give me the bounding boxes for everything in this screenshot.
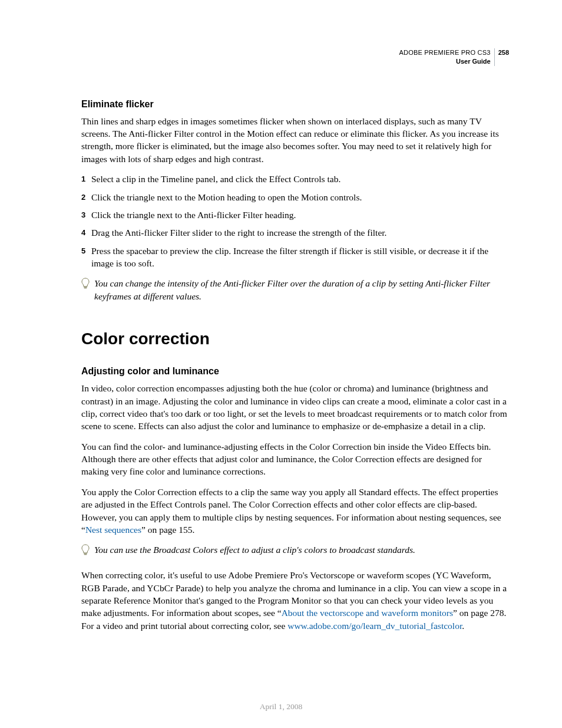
step-text: Select a clip in the Timeline panel, and…: [91, 173, 509, 185]
header-guide: User Guide: [399, 57, 490, 66]
step-5: 5 Press the spacebar to preview the clip…: [81, 245, 509, 270]
step-text: Click the triangle next to the Anti-flic…: [91, 209, 509, 221]
link-nest-sequences[interactable]: Nest sequences: [85, 525, 141, 535]
step-text: Drag the Anti-flicker Filter slider to t…: [91, 226, 509, 239]
svg-rect-3: [84, 555, 87, 555]
svg-rect-0: [84, 287, 87, 288]
body-paragraph: You can find the color- and luminance-ad…: [81, 440, 509, 478]
step-number: 2: [81, 191, 91, 203]
svg-rect-2: [84, 554, 87, 554]
intro-paragraph: Thin lines and sharp edges in images som…: [81, 115, 509, 166]
header-product: ADOBE PREMIERE PRO CS3: [399, 48, 490, 57]
page-header: ADOBE PREMIERE PRO CS3 User Guide 258: [81, 48, 509, 66]
tip-block: You can use the Broadcast Colors effect …: [81, 543, 509, 558]
step-number: 4: [81, 226, 91, 239]
step-2: 2 Click the triangle next to the Motion …: [81, 191, 509, 203]
lightbulb-icon: [81, 543, 94, 558]
step-text: Click the triangle next to the Motion he…: [91, 191, 509, 203]
tip-text: You can change the intensity of the Anti…: [94, 277, 509, 302]
text-run: ” on page 155.: [141, 525, 194, 535]
body-paragraph: In video, color correction encompasses a…: [81, 382, 509, 433]
heading-color-correction: Color correction: [81, 330, 509, 348]
step-text: Press the spacebar to preview the clip. …: [91, 245, 509, 270]
heading-eliminate-flicker: Eliminate flicker: [81, 99, 509, 110]
step-number: 3: [81, 209, 91, 221]
svg-rect-1: [84, 288, 87, 289]
step-number: 5: [81, 245, 91, 270]
heading-adjusting-color: Adjusting color and luminance: [81, 366, 509, 377]
page-number: 258: [498, 48, 509, 57]
step-1: 1 Select a clip in the Timeline panel, a…: [81, 173, 509, 185]
lightbulb-icon: [81, 277, 94, 302]
step-4: 4 Drag the Anti-flicker Filter slider to…: [81, 226, 509, 239]
text-run: .: [462, 621, 464, 631]
tip-text: You can use the Broadcast Colors effect …: [94, 543, 509, 558]
footer-date: April 1, 2008: [0, 702, 562, 711]
step-3: 3 Click the triangle next to the Anti-fl…: [81, 209, 509, 221]
body-paragraph: You apply the Color Correction effects t…: [81, 486, 509, 536]
link-tutorial-url[interactable]: www.adobe.com/go/learn_dv_tutorial_fastc…: [287, 621, 462, 631]
body-paragraph: When correcting color, it's useful to us…: [81, 569, 509, 632]
step-number: 1: [81, 173, 91, 185]
tip-block: You can change the intensity of the Anti…: [81, 277, 509, 302]
link-vectorscope[interactable]: About the vectorscope and waveform monit…: [282, 608, 453, 618]
